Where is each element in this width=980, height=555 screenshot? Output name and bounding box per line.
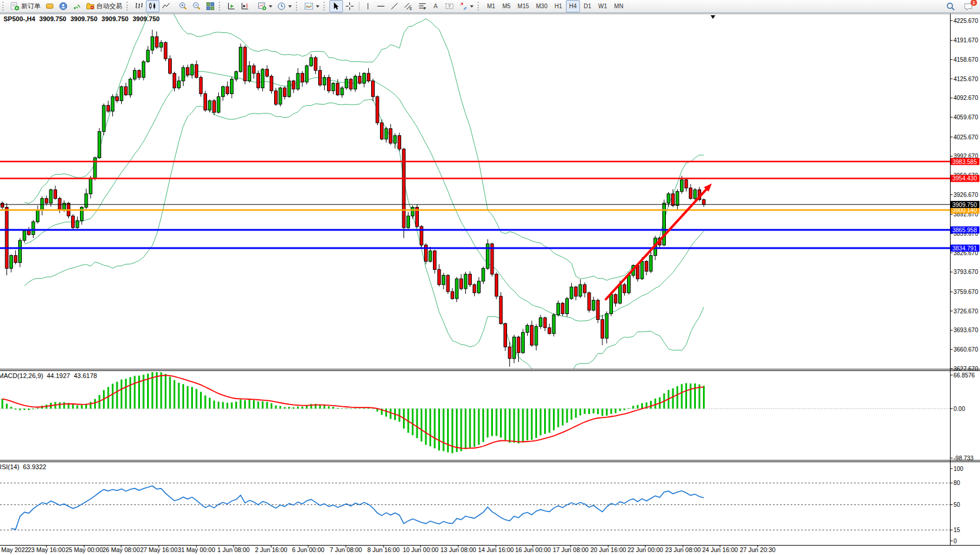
svg-text:50: 50 <box>954 501 961 508</box>
rsi-value: 63.9322 <box>23 463 46 470</box>
panel-borders <box>0 14 980 546</box>
chart-area: 4225.6704191.6704158.6704125.6704092.670… <box>0 14 980 555</box>
svg-text:7 Jun 08:00: 7 Jun 08:00 <box>330 546 362 553</box>
tile-windows-button[interactable] <box>204 0 217 12</box>
svg-text:3954.430: 3954.430 <box>952 175 977 182</box>
svg-text:A: A <box>434 2 438 9</box>
symbol-ohlc-readout: SP500-,H43909.7503909.7503909.7503909.75… <box>4 15 164 22</box>
new-order-button[interactable]: 新订单 <box>8 0 43 12</box>
periods-button[interactable] <box>275 0 294 12</box>
svg-text:0.00: 0.00 <box>954 406 965 412</box>
rsi-readout: RSI(14)63.9322 <box>0 463 50 470</box>
rsi-levels <box>0 483 950 530</box>
svg-text:T: T <box>448 4 451 9</box>
svg-text:16 Jun 00:00: 16 Jun 00:00 <box>515 546 551 553</box>
svg-text:3759.670: 3759.670 <box>954 289 978 295</box>
timeframe-group: M1M5M15M30H1H4D1W1MN <box>484 0 627 12</box>
arrows-icon <box>459 2 468 11</box>
tf-button-m1[interactable]: M1 <box>484 0 499 12</box>
svg-text:3660.670: 3660.670 <box>954 346 978 353</box>
svg-text:-98.733: -98.733 <box>954 455 974 462</box>
autotrade-label: 自动交易 <box>96 2 122 11</box>
chart-canvas[interactable]: 4225.6704191.6704158.6704125.6704092.670… <box>0 14 980 555</box>
search-button[interactable] <box>944 0 958 12</box>
svg-text:8 Jun 16:00: 8 Jun 16:00 <box>368 546 400 553</box>
notification-badge: 1 <box>971 0 977 6</box>
bar-chart-type-button[interactable] <box>132 0 146 12</box>
zoom-in-button[interactable] <box>176 0 190 12</box>
horizontal-line-icon <box>376 2 385 11</box>
autotrade-button[interactable]: 自动交易 <box>84 0 125 12</box>
chevron-down-icon <box>316 5 319 8</box>
text-label-icon: T <box>445 2 454 11</box>
toolbar-grip[interactable] <box>296 2 299 11</box>
arrows-tool-button[interactable] <box>456 0 476 12</box>
svg-text:3926.670: 3926.670 <box>954 192 978 198</box>
toolbar: 新订单 自动交易 <box>0 0 980 13</box>
trend-arrow[interactable] <box>606 183 712 299</box>
tf-button-w1[interactable]: W1 <box>595 0 611 12</box>
svg-text:3793.670: 3793.670 <box>954 269 978 275</box>
fibonacci-tool-button[interactable]: F <box>415 0 429 12</box>
new-chart-button[interactable] <box>255 0 275 12</box>
person-icon <box>59 2 68 11</box>
tf-button-m30[interactable]: M30 <box>532 0 551 12</box>
svg-text:0: 0 <box>954 538 957 544</box>
crosshair-tool-button[interactable] <box>343 0 356 12</box>
svg-text:27 Jun 20:30: 27 Jun 20:30 <box>740 546 776 553</box>
trendline-tool-button[interactable] <box>388 0 401 12</box>
line-chart-type-button[interactable] <box>159 0 173 12</box>
candlestick-chart-type-button[interactable] <box>146 0 159 12</box>
svg-text:13 Jun 08:00: 13 Jun 08:00 <box>441 546 476 553</box>
svg-text:3983.585: 3983.585 <box>952 159 977 165</box>
horizontal-line-tool-button[interactable] <box>374 0 388 12</box>
toolbar-grip[interactable] <box>126 2 130 11</box>
tf-button-d1[interactable]: D1 <box>580 0 595 12</box>
chevron-down-icon <box>470 5 474 8</box>
autotrade-folder-icon <box>86 2 95 11</box>
toolbar-grip[interactable] <box>478 2 481 11</box>
text-tool-button[interactable]: A <box>429 0 442 12</box>
rsi-axis[interactable]: 1008050150 <box>951 466 964 544</box>
tf-button-mn[interactable]: MN <box>611 0 627 12</box>
chart-shift-button[interactable] <box>238 0 252 12</box>
ohlc-low: 3909.750 <box>102 15 129 22</box>
market-watch-button[interactable] <box>43 0 56 12</box>
toolbar-grip[interactable] <box>219 2 222 11</box>
tf-button-m5[interactable]: M5 <box>499 0 514 12</box>
ohlc-open: 3909.750 <box>39 15 66 22</box>
toolbar-grip[interactable] <box>2 2 6 11</box>
notifications-button[interactable]: 1 <box>961 0 975 12</box>
auto-scroll-button[interactable] <box>225 0 238 12</box>
vertical-line-tool-button[interactable] <box>362 0 374 12</box>
signals-button[interactable] <box>70 0 84 12</box>
symbol-period-label: SP500-,H4 <box>4 15 35 22</box>
svg-text:31 May 00:00: 31 May 00:00 <box>178 546 215 553</box>
macd-axis[interactable]: 66.85760.00-98.733 <box>951 372 975 462</box>
svg-text:66.8576: 66.8576 <box>954 372 975 379</box>
price-axis[interactable]: 4225.6704191.6704158.6704125.6704092.670… <box>951 18 979 372</box>
rsi-title: RSI(14) <box>0 463 19 470</box>
svg-text:25 May 00:00: 25 May 00:00 <box>65 546 103 553</box>
tf-button-h4[interactable]: H4 <box>566 0 581 12</box>
svg-text:4025.670: 4025.670 <box>954 134 978 141</box>
zoom-out-button[interactable] <box>190 0 204 12</box>
community-button[interactable] <box>56 0 70 12</box>
indicators-button[interactable] <box>302 0 322 12</box>
svg-text:100: 100 <box>954 466 964 472</box>
cursor-tool-button[interactable] <box>329 0 343 12</box>
zoom-out-icon <box>192 2 201 11</box>
equidistant-channel-tool-button[interactable]: E <box>401 0 415 12</box>
time-axis[interactable]: May 202223 May 16:0025 May 00:0026 May 0… <box>1 546 776 553</box>
svg-text:E: E <box>409 6 412 11</box>
text-label-tool-button[interactable]: T <box>442 0 456 12</box>
level-lines[interactable] <box>0 162 950 248</box>
svg-text:3726.670: 3726.670 <box>954 308 978 315</box>
toolbar-grip[interactable] <box>324 2 327 11</box>
search-icon <box>946 2 955 11</box>
bar-chart-icon <box>135 2 144 11</box>
tf-button-h1[interactable]: H1 <box>551 0 566 12</box>
tf-button-m15[interactable]: M15 <box>514 0 532 12</box>
auto-scroll-icon <box>227 2 236 11</box>
chart-shift-marker[interactable] <box>711 15 715 19</box>
